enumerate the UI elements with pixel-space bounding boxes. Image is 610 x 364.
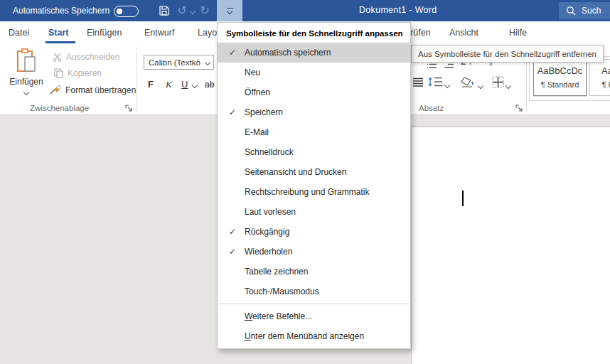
search-box[interactable]: Such xyxy=(559,2,610,19)
menu-header: Symbolleiste für den Schnellzugriff anpa… xyxy=(218,23,410,43)
tooltip: Aus Symbolleiste für den Schnellzugriff … xyxy=(411,45,604,63)
tab-datei[interactable]: Datei xyxy=(9,28,29,38)
format-painter-icon xyxy=(50,85,61,95)
paragraph-dialog-launcher-icon[interactable] xyxy=(515,105,523,112)
clipboard-group-label: Zwischenablage xyxy=(30,104,89,112)
redo-icon: ↻ xyxy=(198,4,212,18)
menu-item-7[interactable]: Rechtschreibung und Grammatik xyxy=(218,182,410,202)
style-name: ¶ Standard xyxy=(534,80,586,89)
menu-item-1[interactable]: Neu xyxy=(218,63,410,82)
quick-access-toolbar-menu: Symbolleiste für den Schnellzugriff anpa… xyxy=(217,22,411,349)
menu-item-10[interactable]: ✓Wiederholen xyxy=(218,242,410,262)
search-label: Such xyxy=(582,6,601,16)
underline-button[interactable]: U xyxy=(181,79,188,90)
borders-chevron-icon xyxy=(505,83,511,89)
copy-button: Kopieren xyxy=(54,68,102,78)
autosave-label: Automatisches Speichern xyxy=(13,6,109,16)
menu-item-0[interactable]: ✓Automatisch speichern xyxy=(218,43,410,63)
styles-gallery: AaBbCcDc ¶ Standard AaBb ¶ Kein xyxy=(529,56,610,101)
menu-item-8[interactable]: Laut vorlesen xyxy=(218,202,410,222)
menu-item-5[interactable]: Schnelldruck xyxy=(218,142,410,162)
format-painter-label: Format übertragen xyxy=(65,85,136,95)
menu-item-label: E-Mail xyxy=(245,127,269,137)
autosave-toggle[interactable] xyxy=(114,6,139,17)
active-tab-underline xyxy=(46,41,75,43)
clipboard-dialog-launcher-icon[interactable] xyxy=(125,105,133,112)
cut-label: Ausschneiden xyxy=(66,52,119,62)
menu-item-11[interactable]: Tabelle zeichnen xyxy=(218,262,410,282)
font-chevron-icon xyxy=(205,59,210,65)
bold-button[interactable]: F xyxy=(148,79,154,90)
menu-item-label: Weitere Befehle... xyxy=(245,311,312,321)
font-name-select[interactable]: Calibri (Textkö xyxy=(144,55,214,70)
shading-chevron-icon xyxy=(478,83,483,89)
style-preview: AaBb xyxy=(590,65,610,76)
paste-chevron-icon xyxy=(23,90,29,95)
cut-button: Ausschneiden xyxy=(53,52,119,62)
tab-einfuegen[interactable]: Einfügen xyxy=(87,28,122,38)
justify-icon[interactable] xyxy=(412,77,424,87)
font-name-value: Calibri (Textkö xyxy=(149,58,200,67)
menu-item-label: Rückgängig xyxy=(245,227,289,237)
menu-item-3[interactable]: ✓Speichern xyxy=(218,102,410,122)
customize-quick-access-toolbar-button[interactable] xyxy=(217,0,242,21)
checkmark-icon: ✓ xyxy=(225,107,240,117)
toggle-knob-icon xyxy=(117,9,122,14)
tooltip-text: Aus Symbolleiste für den Schnellzugriff … xyxy=(418,50,596,58)
paragraph-group-label: Absatz xyxy=(419,104,444,112)
menu-item-4[interactable]: E-Mail xyxy=(218,122,410,142)
qat-menu-items: ✓Automatisch speichernNeuÖffnen✓Speicher… xyxy=(218,43,410,301)
style-name: ¶ Kein xyxy=(590,80,610,89)
underline-chevron-icon xyxy=(192,82,198,88)
text-cursor xyxy=(462,191,464,206)
group-separator xyxy=(137,47,137,112)
checkmark-icon: ✓ xyxy=(225,48,240,58)
line-spacing-icon[interactable] xyxy=(427,76,449,87)
line-spacing-chevron-icon xyxy=(444,82,450,88)
menu-item-label: Öffnen xyxy=(245,87,270,97)
menu-separator xyxy=(218,304,410,304)
menu-item-label: Seitenansicht und Drucken xyxy=(245,167,346,177)
menu-item-label: Neu xyxy=(245,68,260,77)
tab-entwurf[interactable]: Entwurf xyxy=(144,28,174,38)
scissors-icon xyxy=(53,53,62,62)
paste-button[interactable]: Einfügen xyxy=(6,46,47,112)
format-painter-button[interactable]: Format übertragen xyxy=(50,85,136,95)
menu-item-footer-1[interactable]: Unter dem Menüband anzeigen xyxy=(218,326,410,346)
menu-item-6[interactable]: Seitenansicht und Drucken xyxy=(218,162,410,182)
title-bar: Automatisches Speichern ↺ ↻ Dokument1 - … xyxy=(0,0,610,21)
borders-icon[interactable] xyxy=(492,76,510,88)
menu-item-label: Schnelldruck xyxy=(245,147,294,157)
save-icon[interactable] xyxy=(157,4,171,18)
style-preview: AaBbCcDc xyxy=(534,65,586,76)
word-window: Automatisches Speichern ↺ ↻ Dokument1 - … xyxy=(0,0,610,364)
menu-item-12[interactable]: Touch-/Mausmodus xyxy=(218,282,410,301)
paste-clipboard-icon xyxy=(16,48,37,74)
checkmark-icon: ✓ xyxy=(225,227,240,237)
menu-item-label: Automatisch speichern xyxy=(245,48,331,58)
document-page[interactable] xyxy=(411,127,610,364)
menu-item-9[interactable]: ✓Rückgängig xyxy=(218,222,410,242)
tab-hilfe[interactable]: Hilfe xyxy=(509,28,527,38)
style-card-standard[interactable]: AaBbCcDc ¶ Standard xyxy=(533,59,587,96)
menu-item-label: Rechtschreibung und Grammatik xyxy=(245,187,369,197)
style-card-kein[interactable]: AaBb ¶ Kein xyxy=(589,59,610,96)
menu-item-label: Speichern xyxy=(245,107,283,117)
italic-button[interactable]: K xyxy=(166,79,172,90)
menu-item-2[interactable]: Öffnen xyxy=(218,82,410,102)
checkmark-icon: ✓ xyxy=(225,247,240,257)
copy-icon xyxy=(54,68,63,78)
menu-item-label: Touch-/Mausmodus xyxy=(245,287,319,296)
paste-label: Einfügen xyxy=(6,77,47,87)
chevron-down-icon xyxy=(227,9,232,14)
menu-item-label: Tabelle zeichnen xyxy=(245,267,308,277)
menu-item-footer-0[interactable]: Weitere Befehle... xyxy=(218,306,410,326)
tab-start[interactable]: Start xyxy=(48,28,68,38)
document-title: Dokument1 - Word xyxy=(359,5,437,15)
strikethrough-button[interactable]: ab xyxy=(205,80,214,90)
shading-icon[interactable] xyxy=(461,76,483,88)
qat-menu-footer-items: Weitere Befehle...Unter dem Menüband anz… xyxy=(218,306,410,346)
undo-chevron-icon xyxy=(190,9,196,14)
tab-ansicht[interactable]: Ansicht xyxy=(449,28,478,38)
search-icon xyxy=(566,6,576,16)
